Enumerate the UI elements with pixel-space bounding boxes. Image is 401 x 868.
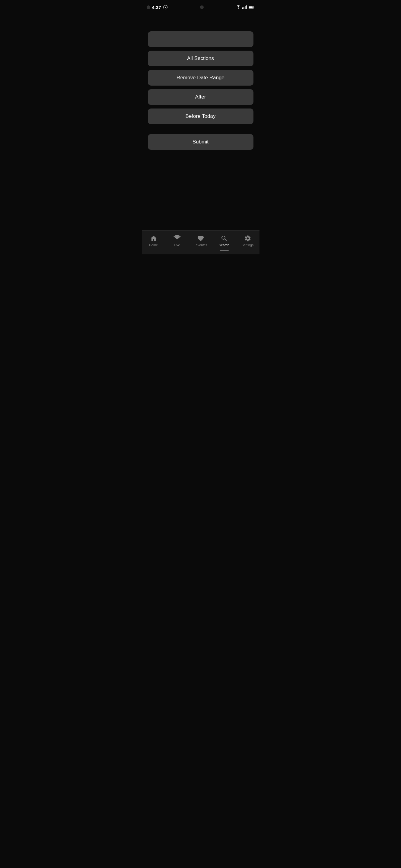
- status-left: 4:37: [147, 5, 168, 10]
- nav-item-settings[interactable]: Settings: [236, 235, 259, 247]
- live-icon: [173, 235, 181, 242]
- svg-rect-5: [245, 6, 246, 9]
- play-icon: [163, 5, 168, 10]
- svg-rect-9: [249, 6, 253, 8]
- nav-label-favorites: Favorites: [194, 243, 207, 247]
- signal-icon: [242, 5, 247, 9]
- wifi-icon: [236, 5, 241, 9]
- main-content: All Sections Remove Date Range After Bef…: [142, 13, 259, 230]
- all-sections-button[interactable]: All Sections: [148, 51, 254, 66]
- status-dot-left: [147, 5, 150, 9]
- nav-item-live[interactable]: Live: [165, 235, 189, 247]
- search-icon: [221, 235, 228, 242]
- before-today-button[interactable]: Before Today: [148, 108, 254, 124]
- svg-rect-8: [254, 7, 254, 8]
- svg-marker-1: [165, 6, 166, 8]
- status-time: 4:37: [152, 5, 161, 10]
- bottom-nav: Home Live Favorites Search Settings: [142, 230, 259, 254]
- nav-label-search: Search: [219, 243, 229, 247]
- svg-point-2: [238, 8, 239, 9]
- svg-rect-6: [246, 5, 247, 9]
- nav-label-live: Live: [174, 243, 180, 247]
- status-bar: 4:37: [142, 0, 259, 13]
- search-input-box[interactable]: [148, 31, 254, 47]
- nav-item-home[interactable]: Home: [142, 235, 165, 247]
- status-center: [200, 5, 204, 9]
- status-center-dot: [200, 5, 204, 9]
- status-right: [236, 5, 255, 9]
- battery-icon: [249, 5, 255, 9]
- submit-button[interactable]: Submit: [148, 134, 254, 150]
- home-icon: [150, 235, 157, 242]
- settings-icon: [244, 235, 251, 242]
- nav-label-settings: Settings: [242, 243, 254, 247]
- nav-item-favorites[interactable]: Favorites: [189, 235, 212, 247]
- svg-rect-4: [244, 7, 245, 9]
- svg-rect-3: [242, 7, 243, 9]
- nav-label-home: Home: [149, 243, 158, 247]
- nav-item-search[interactable]: Search: [212, 235, 236, 247]
- remove-date-range-button[interactable]: Remove Date Range: [148, 70, 254, 86]
- favorites-icon: [197, 235, 204, 242]
- divider: [148, 129, 254, 129]
- after-button[interactable]: After: [148, 89, 254, 105]
